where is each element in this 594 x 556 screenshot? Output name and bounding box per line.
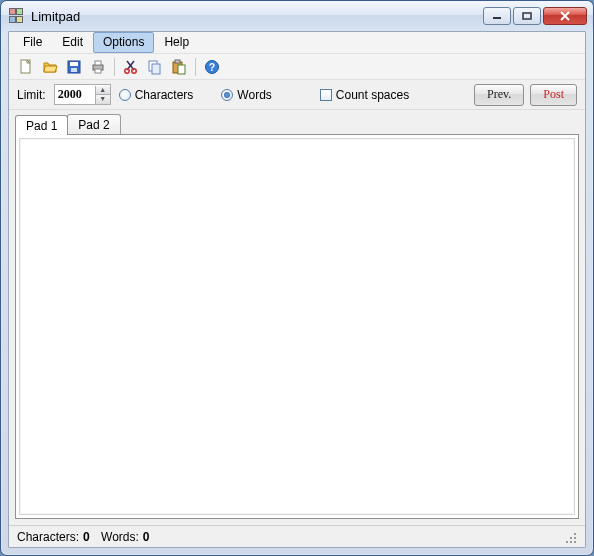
toolbar: ? xyxy=(9,54,585,80)
minimize-button[interactable] xyxy=(483,7,511,25)
svg-rect-9 xyxy=(95,61,101,65)
svg-point-14 xyxy=(132,68,136,72)
tab-pad2[interactable]: Pad 2 xyxy=(67,114,120,134)
tab-strip: Pad 1 Pad 2 xyxy=(15,114,579,134)
svg-rect-6 xyxy=(70,62,78,66)
menubar: File Edit Options Help xyxy=(9,32,585,54)
paste-icon[interactable] xyxy=(168,56,190,78)
limit-input[interactable] xyxy=(55,87,95,102)
tabs-area: Pad 1 Pad 2 xyxy=(9,110,585,525)
radio-characters-label: Characters xyxy=(135,88,194,102)
prev-button[interactable]: Prev. xyxy=(474,84,524,106)
statusbar: Characters: 0 Words: 0 xyxy=(9,525,585,547)
editor-textarea[interactable] xyxy=(19,138,575,515)
status-words-label: Words: xyxy=(101,530,139,544)
client-area: File Edit Options Help xyxy=(8,31,586,548)
svg-rect-18 xyxy=(175,60,180,63)
svg-rect-1 xyxy=(523,13,531,19)
save-icon[interactable] xyxy=(63,56,85,78)
status-chars-label: Characters: xyxy=(17,530,79,544)
toolbar-separator xyxy=(114,58,115,76)
svg-rect-10 xyxy=(95,69,101,73)
svg-rect-19 xyxy=(178,65,185,74)
new-icon[interactable] xyxy=(15,56,37,78)
menu-help[interactable]: Help xyxy=(154,32,199,53)
checkbox-icon xyxy=(320,89,332,101)
copy-icon[interactable] xyxy=(144,56,166,78)
app-icon xyxy=(9,8,25,24)
app-window: Limitpad File Edit Options Help xyxy=(0,0,594,556)
radio-characters[interactable]: Characters xyxy=(119,88,194,102)
svg-text:?: ? xyxy=(209,62,215,73)
count-spaces-checkbox[interactable]: Count spaces xyxy=(320,88,409,102)
menu-edit[interactable]: Edit xyxy=(52,32,93,53)
open-icon[interactable] xyxy=(39,56,61,78)
close-button[interactable] xyxy=(543,7,587,25)
print-icon[interactable] xyxy=(87,56,109,78)
resize-grip-icon[interactable] xyxy=(563,530,577,544)
window-title: Limitpad xyxy=(31,9,80,24)
radio-words-label: Words xyxy=(237,88,271,102)
svg-point-13 xyxy=(125,68,129,72)
svg-rect-16 xyxy=(152,64,160,74)
menu-file[interactable]: File xyxy=(13,32,52,53)
menu-options[interactable]: Options xyxy=(93,32,154,53)
radio-icon xyxy=(119,89,131,101)
limit-spinner[interactable]: ▲ ▼ xyxy=(54,84,111,105)
count-spaces-label: Count spaces xyxy=(336,88,409,102)
status-words-value: 0 xyxy=(143,530,150,544)
limit-label: Limit: xyxy=(17,88,46,102)
svg-rect-7 xyxy=(71,68,77,72)
post-button[interactable]: Post xyxy=(530,84,577,106)
maximize-button[interactable] xyxy=(513,7,541,25)
tab-body xyxy=(15,134,579,519)
options-bar: Limit: ▲ ▼ Characters Words Count spaces xyxy=(9,80,585,110)
titlebar[interactable]: Limitpad xyxy=(1,1,593,31)
toolbar-separator xyxy=(195,58,196,76)
tab-pad1[interactable]: Pad 1 xyxy=(15,115,68,135)
spinner-up-icon[interactable]: ▲ xyxy=(95,86,110,95)
spinner-down-icon[interactable]: ▼ xyxy=(95,95,110,104)
radio-words[interactable]: Words xyxy=(221,88,271,102)
radio-icon xyxy=(221,89,233,101)
window-controls xyxy=(483,7,587,25)
cut-icon[interactable] xyxy=(120,56,142,78)
status-chars-value: 0 xyxy=(83,530,90,544)
help-icon[interactable]: ? xyxy=(201,56,223,78)
